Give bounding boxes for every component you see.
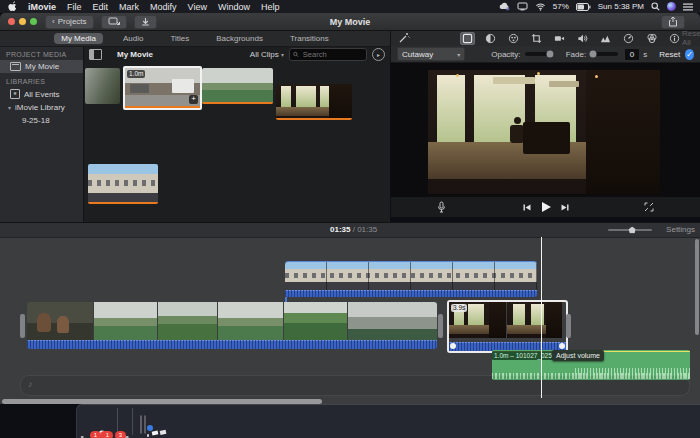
- trim-handle-left[interactable]: [20, 314, 25, 338]
- cutaway-controls-bar: Cutaway ▾ Opacity: Fade: 0 s Reset ✓: [390, 46, 700, 63]
- trim-handle-mid[interactable]: [438, 314, 443, 338]
- selected-clip-cafe[interactable]: 3.9s: [447, 300, 568, 353]
- browser-clip-city[interactable]: [88, 164, 158, 204]
- browser-clip-cafe[interactable]: [276, 84, 352, 120]
- wifi-icon[interactable]: [535, 2, 546, 11]
- tab-my-media[interactable]: My Media: [54, 33, 103, 44]
- sidebar-item-all-events[interactable]: ★ All Events: [0, 87, 83, 101]
- clip-filter-popup[interactable]: All Clips ▾: [250, 50, 284, 59]
- download-button[interactable]: [134, 15, 157, 29]
- total-time: 01:35: [357, 225, 377, 234]
- overlay-settings-icon[interactable]: [460, 32, 475, 45]
- inspector-icon-strip: [460, 32, 682, 45]
- cutaway-clip[interactable]: [285, 262, 537, 297]
- menu-mark[interactable]: Mark: [119, 2, 139, 12]
- siri-icon[interactable]: [667, 2, 676, 11]
- reset-all-button[interactable]: Reset All: [682, 29, 700, 47]
- battery-icon[interactable]: [576, 3, 591, 11]
- dock-minimized-window[interactable]: [140, 416, 142, 434]
- menu-modify[interactable]: Modify: [150, 2, 177, 12]
- sync-icon[interactable]: [499, 2, 510, 11]
- previous-frame-button[interactable]: [522, 203, 531, 212]
- filter-options-button[interactable]: ▸: [372, 48, 385, 61]
- timeline-timecode: 01:35 / 01:35: [330, 225, 377, 234]
- primary-clip-valley[interactable]: [27, 302, 437, 349]
- menu-view[interactable]: View: [188, 2, 207, 12]
- color-correction-icon[interactable]: [506, 32, 521, 45]
- playhead[interactable]: [541, 237, 542, 398]
- sidebar-item-event-date[interactable]: 9-25-18: [0, 114, 83, 127]
- timeline-vertical-scrollbar[interactable]: [695, 239, 699, 335]
- sidebar-toggle-icon[interactable]: [89, 49, 102, 60]
- zoom-slider-thumb[interactable]: [629, 227, 636, 234]
- voiceover-mic-button[interactable]: [437, 201, 446, 213]
- menu-imovie[interactable]: iMovie: [28, 2, 56, 12]
- import-media-button[interactable]: [101, 15, 127, 29]
- volume-icon[interactable]: [575, 32, 590, 45]
- menu-window[interactable]: Window: [218, 2, 250, 12]
- search-field[interactable]: [289, 48, 367, 61]
- audio-fade-handle-right[interactable]: [559, 343, 565, 349]
- video-preview[interactable]: [428, 70, 660, 194]
- noise-reduction-icon[interactable]: [598, 32, 613, 45]
- timeline-settings-button[interactable]: Settings: [666, 225, 695, 234]
- overlay-mode-select[interactable]: Cutaway ▾: [397, 47, 465, 61]
- filmstrip-frame: [284, 302, 347, 340]
- fade-slider[interactable]: [590, 52, 618, 56]
- notification-center-icon[interactable]: [683, 3, 693, 11]
- tab-backgrounds[interactable]: Backgrounds: [209, 33, 270, 44]
- timeline-zoom-slider[interactable]: [608, 229, 652, 231]
- share-button[interactable]: [661, 15, 685, 29]
- tab-transitions[interactable]: Transitions: [283, 33, 336, 44]
- crop-icon[interactable]: [529, 32, 544, 45]
- trim-handle-right[interactable]: [566, 314, 571, 338]
- disclosure-triangle-icon[interactable]: ▾: [8, 104, 11, 111]
- color-balance-icon[interactable]: [483, 32, 498, 45]
- browser-clip-partial[interactable]: [85, 68, 120, 104]
- badge: 1: [102, 431, 113, 438]
- filmstrip-frame: [158, 302, 217, 340]
- sidebar-item-my-movie[interactable]: My Movie: [0, 60, 83, 73]
- clip-info-icon[interactable]: [667, 32, 682, 45]
- menu-edit[interactable]: Edit: [93, 2, 109, 12]
- reset-button[interactable]: Reset: [659, 50, 680, 59]
- speed-icon[interactable]: [621, 32, 636, 45]
- menu-file[interactable]: File: [67, 2, 82, 12]
- clip-filter-icon[interactable]: [644, 32, 659, 45]
- projects-back-button[interactable]: Projects: [45, 15, 94, 29]
- fade-duration-field[interactable]: 0: [624, 48, 641, 61]
- tab-audio[interactable]: Audio: [116, 33, 150, 44]
- dock-minimized-window-small[interactable]: [144, 416, 146, 434]
- sidebar-item-imovie-library[interactable]: ▾ iMovie Library: [0, 101, 83, 114]
- search-input[interactable]: [301, 49, 363, 60]
- apple-menu[interactable]: [7, 1, 17, 12]
- browser-clip-valley[interactable]: [202, 68, 273, 104]
- adjust-volume-tooltip: Adjust volume: [552, 350, 604, 361]
- stabilization-icon[interactable]: [552, 32, 567, 45]
- browser-clip-selected[interactable]: 1.0m +: [123, 66, 202, 110]
- apply-checkmark-button[interactable]: ✓: [685, 49, 694, 60]
- window-controls: [8, 18, 37, 25]
- tab-titles[interactable]: Titles: [163, 33, 196, 44]
- used-range-bar: [202, 102, 273, 105]
- minimize-window-button[interactable]: [19, 18, 26, 25]
- menu-clock[interactable]: Sun 5:38 PM: [598, 2, 644, 11]
- spotlight-icon[interactable]: [651, 2, 660, 11]
- opacity-slider[interactable]: [525, 52, 554, 56]
- background-music-well[interactable]: [20, 375, 690, 396]
- add-to-timeline-button[interactable]: +: [189, 95, 198, 104]
- enhance-wand-icon[interactable]: [398, 32, 410, 45]
- audio-fade-handle-left[interactable]: [450, 343, 456, 349]
- menu-help[interactable]: Help: [261, 2, 280, 12]
- fullscreen-button[interactable]: [644, 202, 654, 212]
- display-mirroring-icon[interactable]: [517, 2, 528, 11]
- filmstrip-frame: [507, 302, 562, 338]
- zoom-window-button[interactable]: [30, 18, 37, 25]
- opacity-label: Opacity:: [491, 50, 520, 59]
- timeline-header: 01:35 / 01:35 Settings: [0, 223, 700, 238]
- viewer: [391, 63, 700, 196]
- play-button[interactable]: [540, 201, 551, 213]
- close-window-button[interactable]: [8, 18, 15, 25]
- next-frame-button[interactable]: [560, 203, 569, 212]
- used-range-bar: [88, 202, 158, 205]
